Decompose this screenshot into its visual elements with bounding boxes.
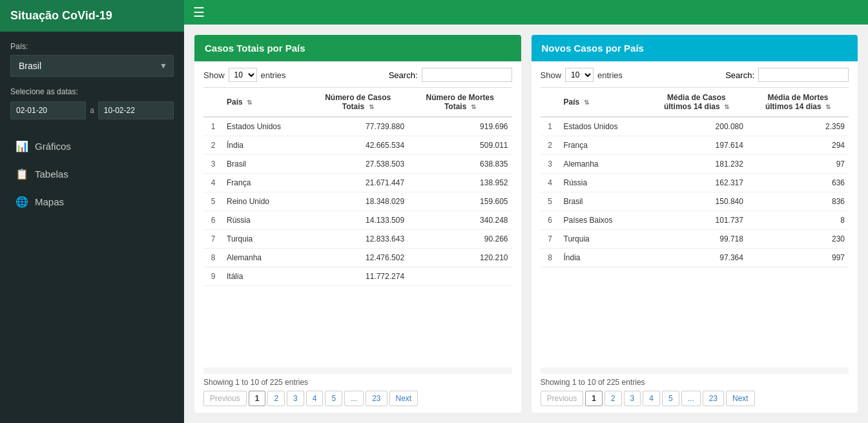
table-row: 3 Alemanha 181.232 97 [541, 155, 849, 174]
horizontal-scroll-left[interactable] [203, 367, 512, 374]
media-casos-cell: 97.364 [646, 249, 747, 267]
main-content: Casos Totais por País Show 102550 entrie… [184, 25, 868, 423]
table-novos-casos: País ⇅ Média de Casosúltimos 14 dias ⇅ M… [541, 87, 849, 267]
pais-cell: Índia [223, 136, 307, 155]
pais-cell: Reino Unido [223, 192, 307, 211]
nav-label-graficos: Gráficos [35, 141, 71, 152]
page-button-5[interactable]: 5 [662, 391, 679, 406]
nav-item-tabelas[interactable]: 📋 Tabelas [10, 160, 174, 188]
panel-left-header: Casos Totais por País [194, 35, 521, 61]
table-scroll-right[interactable]: País ⇅ Média de Casosúltimos 14 dias ⇅ M… [541, 87, 849, 361]
mortes-cell: 120.210 [408, 249, 512, 267]
ellipsis: ... [681, 391, 701, 406]
table-footer-right: Showing 1 to 10 of 225 entries Previous1… [541, 365, 849, 406]
pais-cell: Estados Unidos [223, 117, 307, 136]
col-media-casos[interactable]: Média de Casosúltimos 14 dias ⇅ [646, 88, 747, 118]
page-button-4[interactable]: 4 [643, 391, 660, 406]
pais-cell: França [560, 136, 646, 155]
mortes-cell: 919.696 [408, 117, 512, 136]
entries-label-right: entries [597, 70, 623, 80]
col-pais-left[interactable]: País ⇅ [223, 88, 307, 118]
nav-menu: 📊 Gráficos 📋 Tabelas 🌐 Mapas [10, 132, 174, 216]
chart-icon: 📊 [16, 140, 28, 152]
nav-item-mapas[interactable]: 🌐 Mapas [10, 188, 174, 216]
date-range-row: a [10, 101, 174, 119]
sort-icon-media-casos: ⇅ [724, 103, 729, 110]
sort-icon-media-mortes: ⇅ [825, 103, 831, 110]
page-button-4[interactable]: 4 [306, 391, 324, 406]
col-casos-totais[interactable]: Número de CasosTotais ⇅ [307, 88, 408, 118]
pais-cell: França [223, 174, 307, 192]
show-label-left: Show [203, 70, 225, 80]
rank-cell: 4 [203, 174, 223, 192]
date-from-input[interactable] [10, 101, 86, 119]
search-box-right: Search: [725, 68, 849, 82]
horizontal-scroll-right[interactable] [541, 367, 849, 374]
nav-item-graficos[interactable]: 📊 Gráficos [10, 132, 174, 160]
pais-cell: Brasil [560, 192, 646, 211]
col-pais-right[interactable]: País ⇅ [560, 88, 646, 118]
table-row: 5 Brasil 150.840 836 [541, 192, 849, 211]
search-box-left: Search: [389, 68, 512, 82]
nav-label-tabelas: Tabelas [35, 169, 68, 180]
media-casos-cell: 181.232 [646, 155, 747, 174]
table-row: 9 Itália 11.772.274 [203, 267, 512, 286]
pais-cell: Índia [560, 249, 646, 267]
table-scroll-left[interactable]: País ⇅ Número de CasosTotais ⇅ Número de… [203, 87, 512, 361]
casos-cell: 12.476.502 [307, 249, 408, 267]
page-button-1[interactable]: 1 [249, 391, 266, 406]
mortes-cell: 159.605 [408, 192, 512, 211]
table-controls-right: Show 102550 entries Search: [541, 68, 849, 82]
previous-button[interactable]: Previous [203, 391, 247, 406]
page-button-1[interactable]: 1 [585, 391, 603, 406]
col-media-mortes[interactable]: Média de Mortesúltimos 14 dias ⇅ [747, 88, 849, 118]
rank-cell: 4 [541, 174, 560, 192]
page-button-23[interactable]: 23 [366, 391, 387, 406]
table-row: 5 Reino Unido 18.348.029 159.605 [203, 192, 512, 211]
search-label-left: Search: [389, 70, 418, 80]
hamburger-button[interactable]: ☰ [184, 0, 214, 25]
entries-label-left: entries [261, 70, 286, 80]
sort-icon-casos-left: ⇅ [369, 103, 374, 110]
pais-cell: Turquia [223, 230, 307, 249]
search-input-right[interactable] [758, 68, 849, 82]
media-mortes-cell: 294 [747, 136, 849, 155]
page-button-3[interactable]: 3 [624, 391, 641, 406]
next-button[interactable]: Next [726, 391, 755, 406]
pais-cell: Alemanha [223, 249, 307, 267]
table-row: 3 Brasil 27.538.503 638.835 [203, 155, 512, 174]
show-select-right[interactable]: 102550 [565, 68, 594, 82]
page-button-5[interactable]: 5 [325, 391, 342, 406]
media-mortes-cell: 636 [747, 174, 849, 192]
media-mortes-cell: 836 [747, 192, 849, 211]
panel-casos-totais: Casos Totais por País Show 102550 entrie… [194, 35, 521, 413]
table-icon: 📋 [16, 168, 28, 180]
mortes-cell: 90.266 [408, 230, 512, 249]
table-controls-left: Show 102550 entries Search: [203, 68, 512, 82]
panel-right-header: Novos Casos por País [532, 35, 858, 61]
show-select-left[interactable]: 102550 [229, 68, 257, 82]
mortes-cell: 509.011 [408, 136, 512, 155]
page-button-23[interactable]: 23 [703, 391, 724, 406]
col-rank-left [203, 88, 223, 118]
page-button-3[interactable]: 3 [287, 391, 304, 406]
search-input-left[interactable] [422, 68, 512, 82]
casos-cell: 42.665.534 [307, 136, 408, 155]
page-button-2[interactable]: 2 [267, 391, 285, 406]
rank-cell: 2 [541, 136, 560, 155]
date-to-input[interactable] [98, 101, 174, 119]
media-casos-cell: 99.718 [646, 230, 747, 249]
page-button-2[interactable]: 2 [604, 391, 622, 406]
sort-icon-mortes-left: ⇅ [471, 103, 476, 110]
sidebar-title: Situação CoVid-19 [0, 0, 184, 32]
next-button[interactable]: Next [389, 391, 418, 406]
previous-button[interactable]: Previous [541, 391, 584, 406]
country-select-wrap: Brasil ▼ [10, 55, 174, 77]
rank-cell: 7 [541, 230, 560, 249]
show-label-right: Show [541, 70, 562, 80]
table-row: 1 Estados Unidos 77.739.880 919.696 [203, 117, 512, 136]
country-select[interactable]: Brasil [10, 55, 174, 77]
mortes-cell [408, 267, 512, 286]
col-mortes-totais[interactable]: Número de MortesTotais ⇅ [408, 88, 512, 118]
col-rank-right [541, 88, 560, 118]
